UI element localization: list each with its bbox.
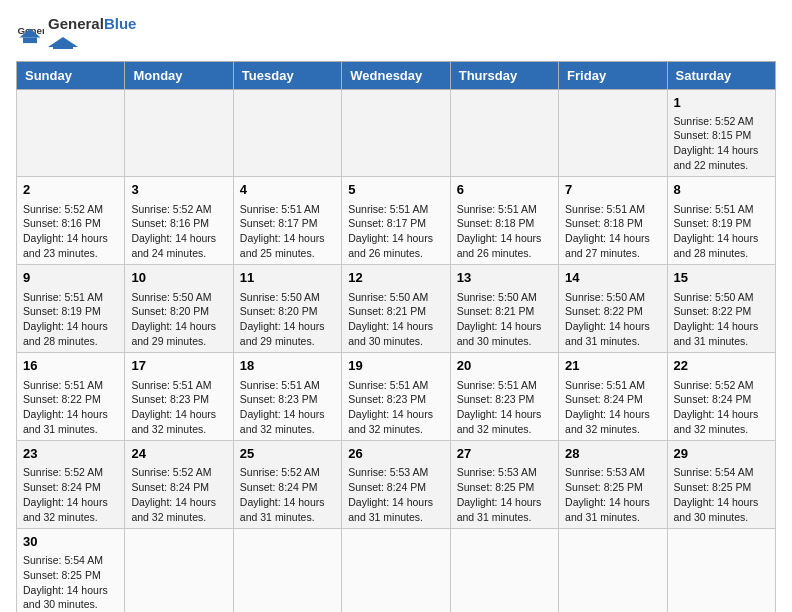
calendar-cell: 9Sunrise: 5:51 AM Sunset: 8:19 PM Daylig…	[17, 265, 125, 353]
day-number: 28	[565, 445, 660, 463]
day-number: 23	[23, 445, 118, 463]
day-number: 9	[23, 269, 118, 287]
calendar-cell: 13Sunrise: 5:50 AM Sunset: 8:21 PM Dayli…	[450, 265, 558, 353]
day-number: 27	[457, 445, 552, 463]
day-info: Sunrise: 5:51 AM Sunset: 8:23 PM Dayligh…	[131, 378, 226, 437]
calendar-week-row: 16Sunrise: 5:51 AM Sunset: 8:22 PM Dayli…	[17, 353, 776, 441]
logo-blue: Blue	[104, 15, 137, 32]
day-number: 30	[23, 533, 118, 551]
day-info: Sunrise: 5:54 AM Sunset: 8:25 PM Dayligh…	[674, 465, 769, 524]
calendar-cell: 29Sunrise: 5:54 AM Sunset: 8:25 PM Dayli…	[667, 441, 775, 529]
day-info: Sunrise: 5:52 AM Sunset: 8:16 PM Dayligh…	[131, 202, 226, 261]
day-number: 24	[131, 445, 226, 463]
day-number: 20	[457, 357, 552, 375]
calendar-cell: 26Sunrise: 5:53 AM Sunset: 8:24 PM Dayli…	[342, 441, 450, 529]
weekday-header: Thursday	[450, 61, 558, 89]
day-info: Sunrise: 5:51 AM Sunset: 8:24 PM Dayligh…	[565, 378, 660, 437]
weekday-header: Sunday	[17, 61, 125, 89]
day-info: Sunrise: 5:51 AM Sunset: 8:22 PM Dayligh…	[23, 378, 118, 437]
day-number: 17	[131, 357, 226, 375]
weekday-header: Wednesday	[342, 61, 450, 89]
day-info: Sunrise: 5:52 AM Sunset: 8:24 PM Dayligh…	[240, 465, 335, 524]
calendar-cell: 28Sunrise: 5:53 AM Sunset: 8:25 PM Dayli…	[559, 441, 667, 529]
calendar-cell: 7Sunrise: 5:51 AM Sunset: 8:18 PM Daylig…	[559, 177, 667, 265]
page-header: General GeneralBlue	[16, 16, 776, 53]
calendar-cell	[342, 89, 450, 177]
day-info: Sunrise: 5:51 AM Sunset: 8:17 PM Dayligh…	[348, 202, 443, 261]
day-number: 19	[348, 357, 443, 375]
day-info: Sunrise: 5:52 AM Sunset: 8:24 PM Dayligh…	[23, 465, 118, 524]
weekday-header: Tuesday	[233, 61, 341, 89]
calendar-table: SundayMondayTuesdayWednesdayThursdayFrid…	[16, 61, 776, 613]
day-info: Sunrise: 5:51 AM Sunset: 8:23 PM Dayligh…	[240, 378, 335, 437]
calendar-cell: 24Sunrise: 5:52 AM Sunset: 8:24 PM Dayli…	[125, 441, 233, 529]
calendar-cell: 6Sunrise: 5:51 AM Sunset: 8:18 PM Daylig…	[450, 177, 558, 265]
day-number: 25	[240, 445, 335, 463]
calendar-cell: 16Sunrise: 5:51 AM Sunset: 8:22 PM Dayli…	[17, 353, 125, 441]
weekday-header: Friday	[559, 61, 667, 89]
calendar-cell	[342, 529, 450, 612]
calendar-cell	[559, 529, 667, 612]
day-number: 5	[348, 181, 443, 199]
day-number: 4	[240, 181, 335, 199]
day-info: Sunrise: 5:53 AM Sunset: 8:25 PM Dayligh…	[565, 465, 660, 524]
calendar-cell: 2Sunrise: 5:52 AM Sunset: 8:16 PM Daylig…	[17, 177, 125, 265]
day-info: Sunrise: 5:50 AM Sunset: 8:20 PM Dayligh…	[240, 290, 335, 349]
calendar-cell: 21Sunrise: 5:51 AM Sunset: 8:24 PM Dayli…	[559, 353, 667, 441]
day-number: 11	[240, 269, 335, 287]
day-number: 6	[457, 181, 552, 199]
logo-icon: General	[16, 20, 44, 48]
calendar-cell: 12Sunrise: 5:50 AM Sunset: 8:21 PM Dayli…	[342, 265, 450, 353]
day-number: 21	[565, 357, 660, 375]
day-info: Sunrise: 5:51 AM Sunset: 8:19 PM Dayligh…	[23, 290, 118, 349]
calendar-week-row: 23Sunrise: 5:52 AM Sunset: 8:24 PM Dayli…	[17, 441, 776, 529]
day-number: 3	[131, 181, 226, 199]
day-number: 7	[565, 181, 660, 199]
calendar-cell: 1Sunrise: 5:52 AM Sunset: 8:15 PM Daylig…	[667, 89, 775, 177]
calendar-cell	[450, 89, 558, 177]
calendar-week-row: 2Sunrise: 5:52 AM Sunset: 8:16 PM Daylig…	[17, 177, 776, 265]
day-info: Sunrise: 5:51 AM Sunset: 8:18 PM Dayligh…	[565, 202, 660, 261]
day-info: Sunrise: 5:53 AM Sunset: 8:24 PM Dayligh…	[348, 465, 443, 524]
day-number: 13	[457, 269, 552, 287]
logo-graphic	[48, 33, 108, 49]
day-info: Sunrise: 5:52 AM Sunset: 8:24 PM Dayligh…	[674, 378, 769, 437]
calendar-cell: 23Sunrise: 5:52 AM Sunset: 8:24 PM Dayli…	[17, 441, 125, 529]
calendar-cell: 25Sunrise: 5:52 AM Sunset: 8:24 PM Dayli…	[233, 441, 341, 529]
day-info: Sunrise: 5:52 AM Sunset: 8:16 PM Dayligh…	[23, 202, 118, 261]
day-info: Sunrise: 5:51 AM Sunset: 8:23 PM Dayligh…	[348, 378, 443, 437]
calendar-cell: 22Sunrise: 5:52 AM Sunset: 8:24 PM Dayli…	[667, 353, 775, 441]
day-number: 16	[23, 357, 118, 375]
day-number: 10	[131, 269, 226, 287]
weekday-header: Monday	[125, 61, 233, 89]
day-number: 26	[348, 445, 443, 463]
calendar-cell	[667, 529, 775, 612]
day-number: 12	[348, 269, 443, 287]
day-number: 15	[674, 269, 769, 287]
svg-rect-4	[53, 47, 73, 49]
calendar-cell: 3Sunrise: 5:52 AM Sunset: 8:16 PM Daylig…	[125, 177, 233, 265]
day-number: 2	[23, 181, 118, 199]
calendar-cell: 11Sunrise: 5:50 AM Sunset: 8:20 PM Dayli…	[233, 265, 341, 353]
day-info: Sunrise: 5:50 AM Sunset: 8:22 PM Dayligh…	[565, 290, 660, 349]
day-info: Sunrise: 5:50 AM Sunset: 8:21 PM Dayligh…	[457, 290, 552, 349]
logo-general: General	[48, 15, 104, 32]
calendar-cell: 10Sunrise: 5:50 AM Sunset: 8:20 PM Dayli…	[125, 265, 233, 353]
logo: General GeneralBlue	[16, 16, 136, 53]
day-info: Sunrise: 5:51 AM Sunset: 8:23 PM Dayligh…	[457, 378, 552, 437]
day-number: 1	[674, 94, 769, 112]
calendar-cell	[559, 89, 667, 177]
svg-marker-3	[48, 37, 78, 47]
calendar-cell	[125, 529, 233, 612]
calendar-cell: 8Sunrise: 5:51 AM Sunset: 8:19 PM Daylig…	[667, 177, 775, 265]
calendar-cell	[233, 89, 341, 177]
calendar-cell: 15Sunrise: 5:50 AM Sunset: 8:22 PM Dayli…	[667, 265, 775, 353]
calendar-week-row: 30Sunrise: 5:54 AM Sunset: 8:25 PM Dayli…	[17, 529, 776, 612]
calendar-cell: 18Sunrise: 5:51 AM Sunset: 8:23 PM Dayli…	[233, 353, 341, 441]
calendar-cell: 20Sunrise: 5:51 AM Sunset: 8:23 PM Dayli…	[450, 353, 558, 441]
calendar-cell	[450, 529, 558, 612]
day-info: Sunrise: 5:51 AM Sunset: 8:17 PM Dayligh…	[240, 202, 335, 261]
day-info: Sunrise: 5:51 AM Sunset: 8:19 PM Dayligh…	[674, 202, 769, 261]
day-info: Sunrise: 5:50 AM Sunset: 8:21 PM Dayligh…	[348, 290, 443, 349]
calendar-cell: 14Sunrise: 5:50 AM Sunset: 8:22 PM Dayli…	[559, 265, 667, 353]
